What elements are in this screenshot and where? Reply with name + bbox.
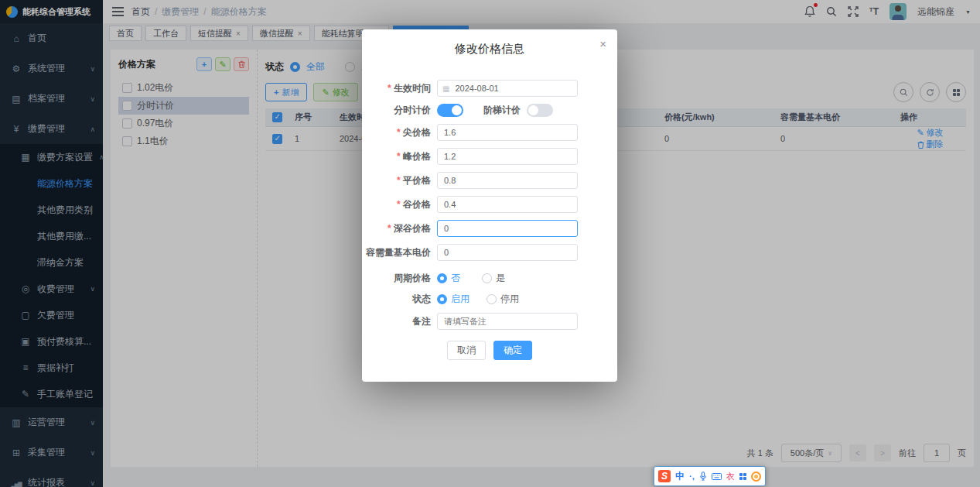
dialog-title: 修改价格信息 [362,29,617,57]
cycle-yes-label[interactable]: 是 [496,272,505,285]
deep-valley-price-label: 深谷价格 [362,222,437,235]
cycle-no-label[interactable]: 否 [451,272,460,285]
peak-price-label: 峰价格 [362,150,437,163]
effective-date-label: 生效时间 [362,82,437,95]
status-enabled-radio[interactable] [437,294,447,304]
tou-pricing-label: 分时计价 [362,104,437,117]
ime-skin-icon[interactable]: 衣 [726,471,735,482]
app-window: 能耗综合管理系统 首页 系统管理 档案管理 缴费管理 [0,0,980,487]
close-icon[interactable] [599,37,606,50]
sharp-price-input[interactable] [437,124,578,141]
confirm-button[interactable]: 确定 [493,341,532,360]
status-disabled-radio[interactable] [487,294,497,304]
ime-apps-icon[interactable] [739,473,746,480]
microphone-icon[interactable] [699,472,707,481]
emoji-icon[interactable] [751,472,761,482]
status-enabled-label[interactable]: 启用 [451,293,470,306]
effective-date-field[interactable] [437,80,578,97]
remark-input[interactable] [437,313,578,330]
flat-price-input[interactable] [437,172,578,189]
sharp-price-label: 尖价格 [362,126,437,139]
deep-valley-price-input[interactable] [437,220,578,237]
remark-label: 备注 [362,315,437,328]
tier-pricing-toggle[interactable] [527,104,553,117]
edit-price-dialog: 修改价格信息 生效时间 分时计价 阶梯计价 尖价格 峰价格 [362,29,617,382]
ime-toolbar: S 中 ·, 衣 [654,466,766,486]
tou-pricing-toggle[interactable] [437,104,463,117]
sogou-logo-icon[interactable]: S [658,470,671,482]
demand-base-price-label: 容需量基本电价 [362,246,437,259]
valley-price-label: 谷价格 [362,198,437,211]
cycle-yes-radio[interactable] [482,273,492,283]
keyboard-icon[interactable] [712,473,722,480]
peak-price-input[interactable] [437,148,578,165]
dialog-form: 生效时间 分时计价 阶梯计价 尖价格 峰价格 平价格 [362,80,617,360]
tier-pricing-label: 阶梯计价 [483,104,527,117]
effective-date-input[interactable] [453,83,572,94]
valley-price-input[interactable] [437,196,578,213]
ime-punctuation-icon[interactable]: ·, [689,472,695,481]
status-disabled-label[interactable]: 停用 [500,293,519,306]
demand-base-price-input[interactable] [437,244,578,261]
status-label: 状态 [362,293,437,306]
calendar-icon [442,84,449,93]
cancel-button[interactable]: 取消 [447,341,486,360]
cycle-price-label: 周期价格 [362,272,437,285]
ime-mode-icon[interactable]: 中 [675,470,685,483]
cycle-no-radio[interactable] [437,273,447,283]
flat-price-label: 平价格 [362,174,437,187]
